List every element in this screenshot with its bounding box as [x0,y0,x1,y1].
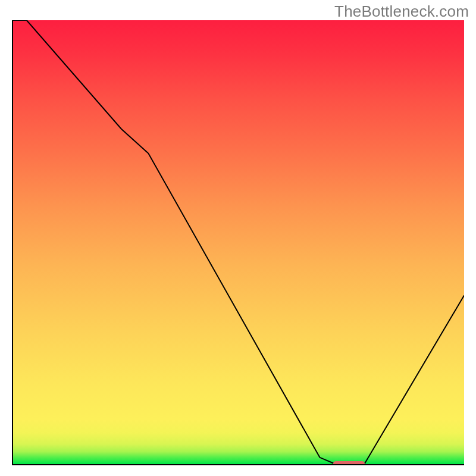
curve-svg [13,20,464,464]
watermark-text: TheBottleneck.com [334,2,469,21]
plot-area [12,20,464,465]
bottleneck-curve [13,20,464,464]
optimal-range-marker [333,461,365,465]
chart-container: TheBottleneck.com [0,0,476,476]
